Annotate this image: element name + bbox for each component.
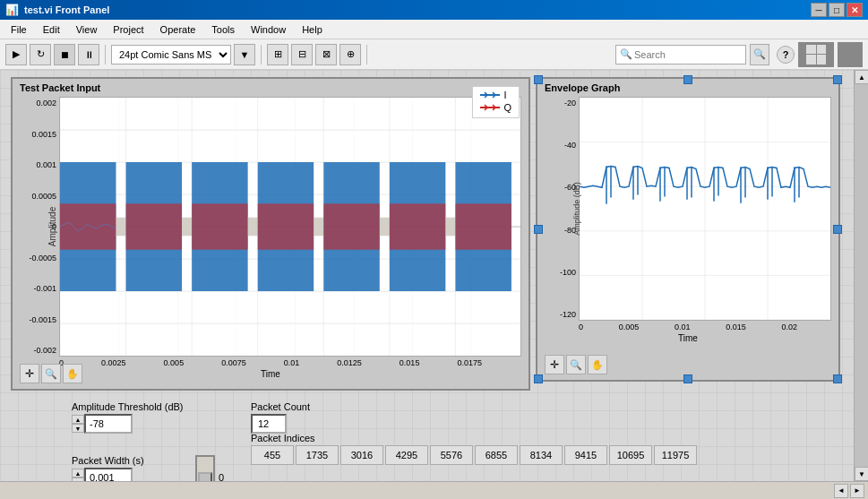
pan-button[interactable]: ✋ — [63, 364, 82, 383]
index-6: 8134 — [520, 445, 563, 465]
close-button[interactable]: ✕ — [847, 3, 863, 17]
envelope-crosshair-button[interactable]: ✛ — [545, 355, 564, 374]
slider-group: 0 — [195, 455, 224, 481]
menu-help[interactable]: Help — [295, 22, 330, 37]
labview-logo — [798, 42, 834, 67]
main-chart-area: Amplitude — [59, 97, 521, 357]
scroll-down-button[interactable]: ▼ — [855, 467, 868, 481]
right-scrollbar[interactable]: ▲ ▼ — [854, 70, 868, 481]
envelope-pan-button[interactable]: ✋ — [588, 355, 607, 374]
handle-ml[interactable] — [534, 225, 543, 234]
handle-bl[interactable] — [534, 374, 543, 383]
separator-1 — [105, 45, 106, 65]
align-button[interactable]: ⊞ — [267, 44, 288, 65]
svg-rect-28 — [126, 203, 182, 249]
search-icon: 🔍 — [620, 48, 632, 60]
svg-rect-17 — [182, 218, 192, 237]
handle-tl[interactable] — [534, 75, 543, 84]
handle-mr[interactable] — [833, 225, 842, 234]
svg-rect-21 — [314, 218, 323, 237]
index-7: 9415 — [564, 445, 607, 465]
search-button[interactable]: 🔍 — [750, 44, 769, 65]
crosshair-button[interactable]: ✛ — [20, 364, 39, 383]
title-bar: 📊 test.vi Front Panel ─ □ ✕ — [0, 0, 868, 20]
main-content: I Q Test Packet Input 0.002 0.0015 0.001… — [0, 70, 868, 481]
scroll-left-button[interactable]: ◄ — [834, 484, 848, 498]
menu-file[interactable]: File — [4, 22, 34, 37]
window-controls: ─ □ ✕ — [811, 3, 863, 17]
index-8: 10695 — [609, 445, 652, 465]
font-dropdown-button[interactable]: ▼ — [234, 44, 255, 65]
handle-tc[interactable] — [683, 75, 692, 84]
abort-button[interactable]: ⏹ — [54, 44, 75, 65]
svg-rect-32 — [390, 203, 445, 249]
search-input[interactable] — [634, 49, 742, 60]
handle-tr[interactable] — [833, 75, 842, 84]
font-selector[interactable]: 24pt Comic Sans MS — [111, 45, 231, 65]
menu-operate[interactable]: Operate — [153, 22, 203, 37]
index-3: 4295 — [385, 445, 428, 465]
main-chart-title: Test Packet Input — [13, 79, 529, 97]
menu-window[interactable]: Window — [244, 22, 293, 37]
reorder-button[interactable]: ⊕ — [339, 44, 361, 65]
amplitude-spin-buttons[interactable]: ▲ ▼ — [72, 415, 84, 433]
index-0: 455 — [251, 445, 294, 465]
minimize-button[interactable]: ─ — [811, 3, 827, 17]
menu-bar: File Edit View Project Operate Tools Win… — [0, 20, 868, 39]
amplitude-decrement[interactable]: ▼ — [72, 424, 84, 433]
index-1: 1735 — [296, 445, 339, 465]
packet-width-value[interactable]: 0.001 — [84, 468, 133, 481]
packet-width-increment[interactable]: ▲ — [72, 469, 84, 477]
legend-q-label: Q — [503, 102, 511, 113]
packet-indices-label: Packet Indices — [251, 433, 697, 443]
slider-control[interactable] — [195, 455, 215, 481]
svg-rect-33 — [455, 203, 511, 249]
scroll-up-button[interactable]: ▲ — [855, 70, 868, 84]
x-axis-label: Time — [13, 369, 529, 379]
amplitude-threshold-group: Amplitude Threshold (dB) ▲ ▼ -78 — [72, 401, 184, 434]
menu-project[interactable]: Project — [106, 22, 150, 37]
scroll-right-button[interactable]: ► — [850, 484, 864, 498]
y-axis-label: Amplitude — [47, 207, 57, 246]
envelope-graph-panel: Envelope Graph -20 -40 -60 -80 -100 -120… — [536, 77, 840, 382]
distribute-button[interactable]: ⊟ — [291, 44, 313, 65]
status-bar: ◄ ► — [0, 481, 868, 499]
packet-count-label: Packet Count — [251, 401, 310, 412]
scroll-track[interactable] — [855, 84, 868, 467]
svg-rect-29 — [192, 203, 247, 249]
svg-rect-31 — [323, 203, 379, 249]
legend-i-label: I — [503, 90, 506, 100]
menu-tools[interactable]: Tools — [204, 22, 242, 37]
legend-box: I Q — [472, 86, 520, 118]
packet-count-group: Packet Count 12 — [251, 401, 310, 434]
menu-view[interactable]: View — [69, 22, 105, 37]
resize-button[interactable]: ⊠ — [315, 44, 337, 65]
amplitude-threshold-label: Amplitude Threshold (dB) — [72, 401, 184, 412]
help-button[interactable]: ? — [777, 46, 795, 64]
envelope-zoom-button[interactable]: 🔍 — [566, 355, 586, 374]
svg-rect-30 — [258, 203, 314, 249]
zoom-button[interactable]: 🔍 — [41, 364, 61, 383]
scroll-controls: ◄ ► — [834, 484, 864, 498]
amplitude-threshold-value[interactable]: -78 — [84, 414, 133, 434]
svg-rect-19 — [248, 218, 258, 237]
svg-rect-23 — [380, 218, 390, 237]
toolbar: ▶ ↻ ⏹ ⏸ 24pt Comic Sans MS ▼ ⊞ ⊟ ⊠ ⊕ 🔍 🔍… — [0, 39, 868, 70]
run-continuously-button[interactable]: ↻ — [30, 44, 51, 65]
chart-toolbar: ✛ 🔍 ✋ — [20, 364, 82, 383]
amplitude-increment[interactable]: ▲ — [72, 415, 84, 424]
menu-edit[interactable]: Edit — [36, 22, 67, 37]
handle-bc[interactable] — [683, 374, 692, 383]
legend-q: Q — [480, 102, 511, 113]
handle-br[interactable] — [833, 374, 842, 383]
packet-width-group: Packet Width (s) ▲ ▼ 0.001 — [72, 455, 144, 481]
slider-value: 0 — [219, 472, 224, 481]
pause-button[interactable]: ⏸ — [78, 44, 99, 65]
legend-i: I — [480, 90, 511, 100]
packet-indices-group: Packet Indices 455 1735 3016 4295 5576 6… — [251, 433, 697, 465]
run-arrow-button[interactable]: ▶ — [5, 44, 27, 65]
index-2: 3016 — [340, 445, 383, 465]
maximize-button[interactable]: □ — [829, 3, 845, 17]
packet-width-spin-buttons[interactable]: ▲ ▼ — [72, 469, 84, 481]
app-icon: 📊 — [5, 4, 19, 16]
